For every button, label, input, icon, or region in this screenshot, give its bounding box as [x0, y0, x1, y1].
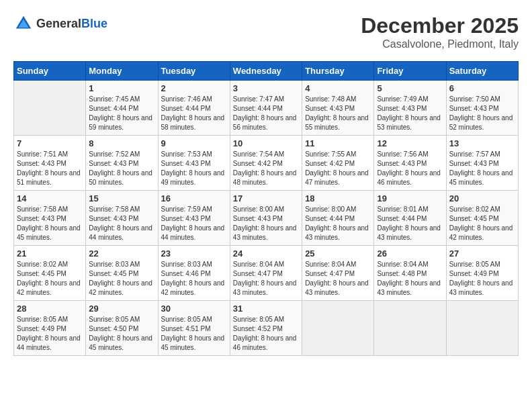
weekday-header-thursday: Thursday [302, 62, 374, 81]
calendar-cell: 31Sunrise: 8:05 AMSunset: 4:52 PMDayligh… [230, 301, 302, 356]
calendar-cell: 20Sunrise: 8:02 AMSunset: 4:45 PMDayligh… [446, 191, 518, 246]
calendar-cell: 14Sunrise: 7:58 AMSunset: 4:43 PMDayligh… [14, 191, 86, 246]
calendar-week-row: 28Sunrise: 8:05 AMSunset: 4:49 PMDayligh… [14, 301, 519, 356]
calendar-table: SundayMondayTuesdayWednesdayThursdayFrid… [13, 61, 519, 356]
day-info: Sunrise: 7:49 AMSunset: 4:43 PMDaylight:… [377, 95, 443, 132]
day-info: Sunrise: 7:59 AMSunset: 4:43 PMDaylight:… [161, 205, 227, 242]
day-number: 13 [449, 138, 515, 148]
day-number: 16 [161, 193, 227, 203]
calendar-cell: 26Sunrise: 8:04 AMSunset: 4:48 PMDayligh… [374, 246, 446, 301]
calendar-cell: 13Sunrise: 7:57 AMSunset: 4:43 PMDayligh… [446, 136, 518, 191]
day-info: Sunrise: 7:55 AMSunset: 4:42 PMDaylight:… [305, 150, 371, 187]
day-number: 24 [233, 248, 299, 259]
day-info: Sunrise: 7:45 AMSunset: 4:44 PMDaylight:… [89, 95, 154, 132]
day-info: Sunrise: 8:04 AMSunset: 4:47 PMDaylight:… [233, 260, 299, 298]
weekday-header-row: SundayMondayTuesdayWednesdayThursdayFrid… [14, 62, 519, 81]
day-info: Sunrise: 8:01 AMSunset: 4:44 PMDaylight:… [377, 205, 443, 242]
day-number: 18 [305, 193, 371, 203]
calendar-cell: 1Sunrise: 7:45 AMSunset: 4:44 PMDaylight… [86, 81, 158, 136]
day-number: 31 [233, 304, 299, 314]
day-number: 17 [233, 193, 299, 203]
day-number: 9 [161, 138, 227, 148]
day-number: 22 [89, 248, 154, 259]
calendar-cell: 24Sunrise: 8:04 AMSunset: 4:47 PMDayligh… [230, 246, 302, 301]
day-number: 4 [305, 83, 371, 93]
day-info: Sunrise: 8:00 AMSunset: 4:43 PMDaylight:… [233, 205, 299, 242]
calendar-cell: 10Sunrise: 7:54 AMSunset: 4:42 PMDayligh… [230, 136, 302, 191]
calendar-cell: 28Sunrise: 8:05 AMSunset: 4:49 PMDayligh… [14, 301, 86, 356]
day-info: Sunrise: 8:04 AMSunset: 4:48 PMDaylight:… [377, 260, 443, 298]
day-info: Sunrise: 7:58 AMSunset: 4:43 PMDaylight:… [89, 205, 154, 242]
calendar-cell: 21Sunrise: 8:02 AMSunset: 4:45 PMDayligh… [14, 246, 86, 301]
day-info: Sunrise: 8:05 AMSunset: 4:51 PMDaylight:… [161, 315, 227, 353]
weekday-header-saturday: Saturday [446, 62, 518, 81]
day-info: Sunrise: 8:02 AMSunset: 4:45 PMDaylight:… [17, 260, 83, 298]
day-info: Sunrise: 7:53 AMSunset: 4:43 PMDaylight:… [161, 150, 227, 187]
day-number: 27 [449, 248, 515, 259]
calendar-cell: 2Sunrise: 7:46 AMSunset: 4:44 PMDaylight… [158, 81, 230, 136]
day-number: 21 [17, 248, 83, 259]
calendar-cell: 5Sunrise: 7:49 AMSunset: 4:43 PMDaylight… [374, 81, 446, 136]
weekday-header-tuesday: Tuesday [158, 62, 230, 81]
day-info: Sunrise: 7:58 AMSunset: 4:43 PMDaylight:… [17, 205, 83, 242]
calendar-cell: 27Sunrise: 8:05 AMSunset: 4:49 PMDayligh… [446, 246, 518, 301]
day-info: Sunrise: 8:05 AMSunset: 4:52 PMDaylight:… [233, 315, 299, 353]
calendar-week-row: 14Sunrise: 7:58 AMSunset: 4:43 PMDayligh… [14, 191, 519, 246]
calendar-cell: 11Sunrise: 7:55 AMSunset: 4:42 PMDayligh… [302, 136, 374, 191]
day-number: 6 [449, 83, 515, 93]
logo-text-general: General [36, 17, 81, 30]
day-number: 29 [89, 304, 154, 314]
calendar-cell: 29Sunrise: 8:05 AMSunset: 4:50 PMDayligh… [86, 301, 158, 356]
day-info: Sunrise: 7:52 AMSunset: 4:43 PMDaylight:… [89, 150, 154, 187]
day-number: 19 [377, 193, 443, 203]
calendar-cell [374, 301, 446, 356]
day-info: Sunrise: 8:00 AMSunset: 4:44 PMDaylight:… [305, 205, 371, 242]
day-info: Sunrise: 7:54 AMSunset: 4:42 PMDaylight:… [233, 150, 299, 187]
calendar-cell: 8Sunrise: 7:52 AMSunset: 4:43 PMDaylight… [86, 136, 158, 191]
location-title: Casalvolone, Piedmont, Italy [361, 38, 519, 50]
day-info: Sunrise: 8:03 AMSunset: 4:45 PMDaylight:… [89, 260, 154, 298]
day-number: 10 [233, 138, 299, 148]
logo: GeneralBlue [13, 13, 107, 34]
day-number: 12 [377, 138, 443, 148]
day-info: Sunrise: 7:47 AMSunset: 4:44 PMDaylight:… [233, 95, 299, 132]
page-header: GeneralBlue December 2025 Casalvolone, P… [13, 13, 519, 50]
day-number: 15 [89, 193, 154, 203]
day-number: 3 [233, 83, 299, 93]
day-info: Sunrise: 7:56 AMSunset: 4:43 PMDaylight:… [377, 150, 443, 187]
calendar-cell: 7Sunrise: 7:51 AMSunset: 4:43 PMDaylight… [14, 136, 86, 191]
weekday-header-wednesday: Wednesday [230, 62, 302, 81]
calendar-cell: 18Sunrise: 8:00 AMSunset: 4:44 PMDayligh… [302, 191, 374, 246]
calendar-cell: 3Sunrise: 7:47 AMSunset: 4:44 PMDaylight… [230, 81, 302, 136]
calendar-cell: 12Sunrise: 7:56 AMSunset: 4:43 PMDayligh… [374, 136, 446, 191]
calendar-cell: 30Sunrise: 8:05 AMSunset: 4:51 PMDayligh… [158, 301, 230, 356]
day-info: Sunrise: 7:57 AMSunset: 4:43 PMDaylight:… [449, 150, 515, 187]
weekday-header-sunday: Sunday [14, 62, 86, 81]
day-number: 5 [377, 83, 443, 93]
day-number: 30 [161, 304, 227, 314]
weekday-header-monday: Monday [86, 62, 158, 81]
day-info: Sunrise: 8:02 AMSunset: 4:45 PMDaylight:… [449, 205, 515, 242]
calendar-cell [446, 301, 518, 356]
day-number: 23 [161, 248, 227, 259]
weekday-header-friday: Friday [374, 62, 446, 81]
day-info: Sunrise: 7:48 AMSunset: 4:43 PMDaylight:… [305, 95, 371, 132]
day-number: 14 [17, 193, 83, 203]
calendar-cell: 4Sunrise: 7:48 AMSunset: 4:43 PMDaylight… [302, 81, 374, 136]
day-info: Sunrise: 8:03 AMSunset: 4:46 PMDaylight:… [161, 260, 227, 298]
day-info: Sunrise: 8:05 AMSunset: 4:49 PMDaylight:… [17, 315, 83, 353]
month-title: December 2025 [361, 13, 519, 38]
calendar-cell: 17Sunrise: 8:00 AMSunset: 4:43 PMDayligh… [230, 191, 302, 246]
day-number: 11 [305, 138, 371, 148]
title-area: December 2025 Casalvolone, Piedmont, Ita… [361, 13, 519, 50]
calendar-cell: 22Sunrise: 8:03 AMSunset: 4:45 PMDayligh… [86, 246, 158, 301]
calendar-cell: 25Sunrise: 8:04 AMSunset: 4:47 PMDayligh… [302, 246, 374, 301]
calendar-cell: 16Sunrise: 7:59 AMSunset: 4:43 PMDayligh… [158, 191, 230, 246]
calendar-week-row: 21Sunrise: 8:02 AMSunset: 4:45 PMDayligh… [14, 246, 519, 301]
day-number: 2 [161, 83, 227, 93]
day-info: Sunrise: 7:46 AMSunset: 4:44 PMDaylight:… [161, 95, 227, 132]
day-number: 25 [305, 248, 371, 259]
day-number: 7 [17, 138, 83, 148]
calendar-cell: 19Sunrise: 8:01 AMSunset: 4:44 PMDayligh… [374, 191, 446, 246]
day-number: 28 [17, 304, 83, 314]
